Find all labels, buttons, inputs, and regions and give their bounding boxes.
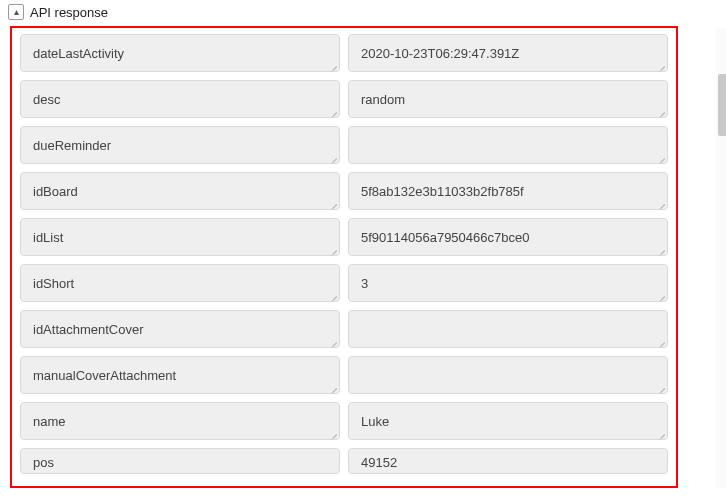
field-value-text: 5f90114056a7950466c7bce0 — [361, 230, 529, 245]
resize-grip-icon — [657, 61, 665, 69]
response-rows: dateLastActivity 2020-10-23T06:29:47.391… — [20, 34, 668, 474]
field-key-text: dueReminder — [33, 138, 111, 153]
field-key[interactable]: idList — [20, 218, 340, 256]
field-value[interactable] — [348, 126, 668, 164]
response-highlight-box: dateLastActivity 2020-10-23T06:29:47.391… — [10, 26, 678, 488]
field-value-text: 2020-10-23T06:29:47.391Z — [361, 46, 519, 61]
resize-grip-icon — [657, 383, 665, 391]
resize-grip-icon — [329, 107, 337, 115]
field-key-text: dateLastActivity — [33, 46, 124, 61]
field-key[interactable]: desc — [20, 80, 340, 118]
field-key-text: idAttachmentCover — [33, 322, 144, 337]
field-value-text: 5f8ab132e3b11033b2fb785f — [361, 184, 524, 199]
field-key-text: idList — [33, 230, 63, 245]
panel-title: API response — [30, 5, 108, 20]
resize-grip-icon — [329, 429, 337, 437]
field-key[interactable]: name — [20, 402, 340, 440]
resize-grip-icon — [657, 153, 665, 161]
resize-grip-icon — [329, 383, 337, 391]
table-row: dueReminder — [20, 126, 668, 164]
resize-grip-icon — [657, 199, 665, 207]
field-key[interactable]: idBoard — [20, 172, 340, 210]
field-value[interactable]: 49152 — [348, 448, 668, 474]
resize-grip-icon — [657, 245, 665, 253]
table-row: dateLastActivity 2020-10-23T06:29:47.391… — [20, 34, 668, 72]
field-value[interactable]: random — [348, 80, 668, 118]
chevron-up-icon: ▴ — [14, 7, 19, 17]
table-row: manualCoverAttachment — [20, 356, 668, 394]
field-value-text: random — [361, 92, 405, 107]
collapse-toggle[interactable]: ▴ — [8, 4, 24, 20]
field-key[interactable]: idShort — [20, 264, 340, 302]
field-key-text: pos — [33, 455, 54, 470]
resize-grip-icon — [329, 245, 337, 253]
field-key-text: name — [33, 414, 66, 429]
resize-grip-icon — [657, 291, 665, 299]
resize-grip-icon — [657, 429, 665, 437]
table-row: idBoard 5f8ab132e3b11033b2fb785f — [20, 172, 668, 210]
field-key[interactable]: dueReminder — [20, 126, 340, 164]
scrollbar-track[interactable] — [716, 28, 726, 488]
field-key-text: desc — [33, 92, 60, 107]
field-value-text: Luke — [361, 414, 389, 429]
field-value[interactable]: 5f90114056a7950466c7bce0 — [348, 218, 668, 256]
table-row: idShort 3 — [20, 264, 668, 302]
resize-grip-icon — [329, 337, 337, 345]
field-key[interactable]: dateLastActivity — [20, 34, 340, 72]
field-key-text: idShort — [33, 276, 74, 291]
panel-header: ▴ API response — [0, 0, 726, 26]
table-row: name Luke — [20, 402, 668, 440]
scrollbar-thumb[interactable] — [718, 74, 726, 136]
field-value-text: 3 — [361, 276, 368, 291]
field-key[interactable]: idAttachmentCover — [20, 310, 340, 348]
field-key-text: manualCoverAttachment — [33, 368, 176, 383]
resize-grip-icon — [329, 61, 337, 69]
field-value[interactable]: 5f8ab132e3b11033b2fb785f — [348, 172, 668, 210]
table-row: idList 5f90114056a7950466c7bce0 — [20, 218, 668, 256]
table-row: desc random — [20, 80, 668, 118]
resize-grip-icon — [329, 153, 337, 161]
field-value-text: 49152 — [361, 455, 397, 470]
field-value[interactable]: 3 — [348, 264, 668, 302]
resize-grip-icon — [657, 107, 665, 115]
field-key[interactable]: manualCoverAttachment — [20, 356, 340, 394]
field-key-text: idBoard — [33, 184, 78, 199]
field-key[interactable]: pos — [20, 448, 340, 474]
field-value[interactable]: 2020-10-23T06:29:47.391Z — [348, 34, 668, 72]
resize-grip-icon — [329, 199, 337, 207]
resize-grip-icon — [657, 337, 665, 345]
response-frame: dateLastActivity 2020-10-23T06:29:47.391… — [10, 26, 716, 491]
field-value[interactable] — [348, 356, 668, 394]
table-row: pos 49152 — [20, 448, 668, 474]
resize-grip-icon — [329, 291, 337, 299]
field-value[interactable]: Luke — [348, 402, 668, 440]
table-row: idAttachmentCover — [20, 310, 668, 348]
field-value[interactable] — [348, 310, 668, 348]
